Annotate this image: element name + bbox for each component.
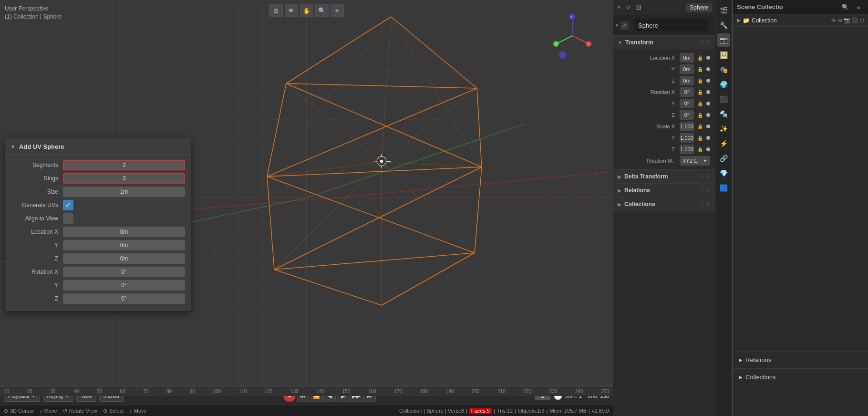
collection-expand-arrow[interactable]: ▶ [737, 17, 741, 23]
panel-location-z-field[interactable]: 0m [63, 253, 185, 264]
prop-location-y-lock[interactable]: 🔒 [696, 65, 704, 73]
transform-options-icon[interactable]: ⋮⋮ [700, 40, 710, 46]
prop-object-name-tab[interactable]: Sphere [686, 3, 712, 12]
prop-rotation-x-value[interactable]: 0° [680, 87, 694, 97]
panel-rotation-z-field[interactable]: 0° [63, 293, 185, 304]
outliner-filter-btn[interactable]: 🔍 [839, 1, 851, 13]
align-to-view-checkbox[interactable] [63, 213, 73, 224]
prop-render-icon[interactable]: 🔧 [717, 19, 730, 32]
collection-cursor-icon[interactable]: ⊕ [838, 17, 842, 23]
collection-icon: 📁 [743, 17, 750, 24]
prop-output-icon[interactable]: 📷 [717, 33, 730, 47]
segments-field[interactable]: 3 [63, 160, 185, 170]
prop-constraints-icon[interactable]: 🔗 [717, 152, 730, 165]
rotation-x-row: Rotation X 0° [5, 265, 191, 279]
prop-dropdown-icon[interactable]: ▾ [616, 3, 622, 11]
prop-particles-icon[interactable]: ✨ [717, 122, 730, 135]
prop-view-layer-icon[interactable]: 🖼️ [717, 48, 730, 62]
svg-line-17 [477, 88, 482, 167]
transform-arrow: ▼ [618, 40, 622, 45]
delta-transform-options[interactable]: ⋮⋮ [700, 174, 710, 180]
relations-header[interactable]: ▶ Relations ⋮⋮ [613, 184, 715, 197]
prop-rotation-z-dot[interactable] [706, 113, 710, 117]
collection-name[interactable]: Collection [752, 17, 829, 24]
svg-line-26 [274, 270, 382, 305]
generate-uvs-checkbox[interactable]: ✓ [63, 200, 73, 210]
prop-rotation-y-dot[interactable] [706, 102, 710, 105]
prop-material-icon[interactable]: 🟦 [717, 181, 730, 195]
prop-rotation-x-dot[interactable] [706, 90, 710, 94]
panel-rotation-y-field[interactable]: 0° [63, 280, 185, 291]
collections-header[interactable]: ▶ Collections ⋮⋮ [613, 198, 715, 211]
location-z-row: Z 0m [5, 252, 191, 265]
size-field[interactable]: 1m [63, 187, 185, 197]
prop-location-z-value[interactable]: 0m [680, 76, 694, 85]
collection-render-icon[interactable]: 📷 [844, 17, 850, 23]
generate-uvs-label: Generate UVs [10, 202, 63, 208]
prop-scale-x-dot[interactable] [706, 125, 710, 128]
prop-rotation-x-lock[interactable]: 🔒 [696, 88, 704, 96]
transform-section-header[interactable]: ▼ Transform ⋮⋮ [613, 36, 715, 49]
svg-line-37 [382, 17, 391, 162]
prop-type-icon[interactable]: ↗ [620, 21, 629, 30]
collection-holdout-icon[interactable]: ⬛ [852, 17, 858, 23]
panel-rotation-x-field[interactable]: 0° [63, 267, 185, 277]
collection-eye-icon[interactable]: 👁 [831, 18, 837, 23]
prop-scale-x-lock[interactable]: 🔒 [696, 122, 704, 131]
prop-location-x-dot[interactable] [706, 56, 710, 60]
prop-rotation-z-lock[interactable]: 🔒 [696, 111, 704, 119]
prop-scale-z-dot[interactable] [706, 147, 710, 151]
panel-location-x-field[interactable]: 0m [63, 227, 185, 237]
prop-location-x-value[interactable]: 0m [680, 53, 694, 62]
collection-visibility-icons: 👁 ⊕ 📷 ⬛ ◻ [831, 17, 864, 23]
svg-line-28 [267, 17, 391, 177]
panel-rotation-y-label: Y [10, 282, 63, 289]
prop-data-icon[interactable]: 💎 [717, 166, 730, 180]
prop-modifier-icon[interactable]: 🔩 [717, 107, 730, 121]
view-add-btn[interactable]: + [331, 4, 344, 17]
prop-rotation-y-value[interactable]: 0° [680, 99, 694, 108]
view-grab-btn[interactable]: ✋ [300, 4, 313, 17]
prop-rotation-z-value[interactable]: 0° [680, 110, 694, 120]
prop-scene-icon[interactable]: 🎬 [717, 4, 730, 17]
prop-location-y-dot[interactable] [706, 67, 710, 71]
collections-section-outliner[interactable]: ▶ Collections [733, 368, 868, 385]
prop-mode-icon[interactable]: ⟳ [624, 3, 632, 11]
prop-object-icon[interactable]: ⬛ [717, 93, 730, 106]
prop-scale-z-value[interactable]: 1.000 [680, 145, 694, 154]
prop-scale-y-value[interactable]: 1.000 [680, 133, 694, 143]
collections-options[interactable]: ⋮⋮ [700, 201, 710, 208]
prop-object-name-field[interactable]: Sphere [634, 19, 708, 31]
panel-location-y-field[interactable]: 0m [63, 240, 185, 250]
prop-rotation-y-lock[interactable]: 🔒 [696, 99, 704, 108]
collections-section: ▶ Collections ⋮⋮ [613, 198, 715, 211]
prop-location-z-dot[interactable] [706, 79, 710, 83]
prop-world-icon[interactable]: 🌍 [717, 78, 730, 91]
delta-transform-header[interactable]: ▶ Delta Transform ⋮⋮ [613, 170, 715, 183]
prop-scale-x-value[interactable]: 1.000 [680, 122, 694, 131]
prop-location-z-lock[interactable]: 🔒 [696, 76, 704, 85]
prop-physics-icon[interactable]: ⚡ [717, 137, 730, 150]
rotation-mode-dropdown[interactable]: XYZ E ▼ [680, 156, 710, 166]
prop-scale-y-label: Y [618, 135, 680, 141]
prop-location-y-value[interactable]: 0m [680, 64, 694, 74]
outliner-sort-btn[interactable]: ≡ [853, 1, 864, 13]
collection-indirect-icon[interactable]: ◻ [860, 17, 864, 23]
prop-scale-z-lock[interactable]: 🔒 [696, 145, 704, 154]
panel-toggle-arrow[interactable]: ▼ [10, 144, 15, 149]
properties-panel: ▾ ⟳ 🖼 Sphere ▾ ↗ Sphere ▼ Transform ⋮⋮ L… [613, 0, 715, 416]
view-mode-grid-btn[interactable]: ⊞ [269, 4, 283, 17]
prop-scene2-icon[interactable]: 🎭 [717, 63, 730, 76]
prop-scale-x-label: Scale X [618, 124, 680, 129]
rings-field[interactable]: 3 [63, 173, 185, 184]
prop-scale-y-dot[interactable] [706, 136, 710, 140]
view-search-btn[interactable]: 🔍 [315, 4, 329, 17]
frame-ruler[interactable]: 10 20 30 40 50 60 70 80 90 100 110 120 1… [0, 386, 613, 396]
prop-arrow-icon[interactable]: ▾ [616, 22, 619, 29]
prop-image-icon[interactable]: 🖼 [634, 4, 643, 11]
prop-scale-y-lock[interactable]: 🔒 [696, 134, 704, 142]
prop-location-x-lock[interactable]: 🔒 [696, 53, 704, 62]
relations-options[interactable]: ⋮⋮ [700, 187, 710, 194]
view-mode-orbit-btn[interactable]: 👁 [285, 4, 298, 17]
relations-section-outliner[interactable]: ▶ Relations [733, 351, 868, 368]
